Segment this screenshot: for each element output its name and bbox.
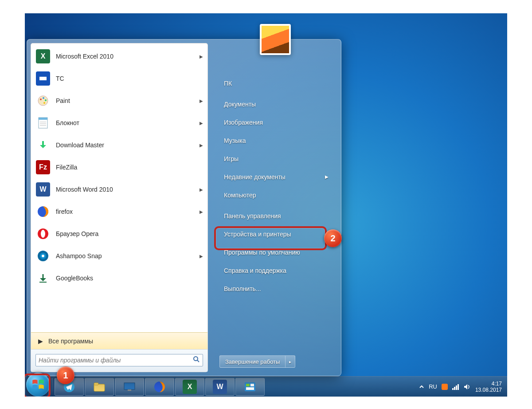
svg-point-15 <box>41 230 45 238</box>
chevron-right-icon: ▶ <box>200 54 203 59</box>
explorer-icon <box>92 380 106 394</box>
svg-rect-25 <box>124 383 135 389</box>
start-menu-app-item[interactable]: Браузер Opera <box>31 223 207 245</box>
chevron-right-icon: ▶ <box>200 254 203 259</box>
app-label: Ashampoo Snap <box>56 252 102 260</box>
start-menu-app-item[interactable]: X Microsoft Excel 2010 ▶ <box>31 45 207 67</box>
start-menu-right-item[interactable]: Компьютер <box>219 186 332 204</box>
right-item-label: Музыка <box>224 137 246 144</box>
start-menu-app-item[interactable]: Блокнот ▶ <box>31 112 207 134</box>
svg-rect-26 <box>128 389 131 391</box>
svg-rect-1 <box>39 75 47 77</box>
start-menu-right-item[interactable]: Документы <box>219 95 332 113</box>
start-menu-right-item[interactable]: Изображения <box>219 113 332 131</box>
shutdown-options-button[interactable]: ▸ <box>286 355 295 368</box>
start-menu-right-item[interactable]: Музыка <box>219 131 332 149</box>
right-item-label: Устройства и принтеры <box>224 231 291 238</box>
start-menu-app-item[interactable]: TC <box>31 67 207 90</box>
svg-line-21 <box>197 360 199 362</box>
start-menu-right-item[interactable]: Недавние документы▶ <box>219 168 332 186</box>
notepad-icon <box>35 115 51 130</box>
app-label: Microsoft Excel 2010 <box>56 53 113 60</box>
right-item-label: Программы по умолчанию <box>224 249 300 256</box>
chevron-right-icon: ▶ <box>200 187 203 192</box>
windows-logo-icon <box>31 377 46 392</box>
start-menu-app-item[interactable]: Paint ▶ <box>31 90 207 112</box>
start-menu-app-item[interactable]: GoogleBooks <box>31 267 207 289</box>
callout-badge-2: 2 <box>324 229 342 247</box>
start-menu-app-item[interactable]: Download Master ▶ <box>31 134 207 156</box>
all-programs-button[interactable]: ▶ Все программы <box>31 332 207 349</box>
app-label: Microsoft Word 2010 <box>56 186 113 193</box>
start-menu-app-item[interactable]: firefox ▶ <box>31 201 207 223</box>
shutdown-group: Завершение работы ▸ <box>219 355 332 368</box>
gbooks-icon <box>35 271 51 286</box>
desktop-icon <box>122 380 137 394</box>
start-menu-right-item[interactable]: Выполнить... <box>219 279 332 298</box>
taskbar-separator <box>51 378 53 396</box>
svg-point-20 <box>194 357 198 361</box>
tray-clock[interactable]: 4:17 13.08.2017 <box>475 381 504 393</box>
taskbar-app[interactable]: X <box>175 378 204 396</box>
taskbar-app[interactable]: W <box>205 378 235 396</box>
right-item-label: Выполнить... <box>224 285 261 292</box>
svg-point-18 <box>42 255 44 257</box>
app-label: Блокнот <box>56 119 79 126</box>
svg-point-7 <box>43 102 45 104</box>
chevron-right-icon: ▶ <box>325 174 329 179</box>
start-menu-app-item[interactable]: W Microsoft Word 2010 ▶ <box>31 178 207 201</box>
start-menu-right-item[interactable]: Панель управления <box>219 207 332 225</box>
user-avatar[interactable] <box>260 24 291 55</box>
right-item-label: Изображения <box>224 119 263 126</box>
start-menu-app-item[interactable]: Ashampoo Snap ▶ <box>31 245 207 267</box>
language-indicator[interactable]: RU <box>429 383 437 390</box>
network-icon[interactable] <box>452 384 459 390</box>
start-menu-right-item[interactable]: Устройства и принтеры <box>219 225 332 243</box>
svg-rect-30 <box>250 384 254 386</box>
start-menu-app-item[interactable]: Fz FileZilla <box>31 156 207 178</box>
firefox-icon <box>153 380 167 394</box>
start-menu-right-item[interactable]: Программы по умолчанию <box>219 243 332 261</box>
right-item-label: Компьютер <box>224 192 256 199</box>
start-menu-right-pane: ПКДокументыИзображенияМузыкаИгрыНедавние… <box>208 43 337 372</box>
start-menu-right-item[interactable]: ПК <box>219 74 332 92</box>
chevron-right-icon: ▶ <box>200 98 203 103</box>
word-icon: W <box>213 380 227 394</box>
start-menu-right-item[interactable]: Справка и поддержка <box>219 261 332 279</box>
app-label: TC <box>56 75 64 82</box>
word-icon: W <box>35 182 51 197</box>
svg-point-6 <box>45 99 47 101</box>
shutdown-label: Завершение работы <box>225 358 280 365</box>
tray-chevron-up-icon[interactable] <box>419 384 424 389</box>
start-menu-search <box>31 349 207 372</box>
svg-rect-2 <box>39 80 47 82</box>
app-label: Paint <box>56 97 70 104</box>
callout-badge-1: 1 <box>57 366 74 384</box>
start-button[interactable] <box>26 373 50 397</box>
tray-time: 4:17 <box>475 381 502 387</box>
app-label: GoogleBooks <box>56 275 93 282</box>
app-label: firefox <box>56 208 73 215</box>
arrow-right-icon: ▶ <box>38 338 43 345</box>
shutdown-button[interactable]: Завершение работы <box>219 355 286 368</box>
firefox-icon <box>35 204 51 219</box>
search-icon[interactable] <box>193 356 200 365</box>
svg-rect-19 <box>39 282 47 283</box>
filezilla-icon: Fz <box>35 160 51 175</box>
search-input[interactable] <box>39 357 193 364</box>
tray-app-icon[interactable] <box>442 384 448 390</box>
svg-rect-34 <box>454 387 455 390</box>
taskbar-app[interactable] <box>85 378 114 396</box>
volume-icon[interactable] <box>464 384 471 390</box>
chevron-right-icon: ▸ <box>289 359 291 364</box>
svg-point-5 <box>43 97 44 99</box>
opera-icon <box>35 226 51 241</box>
tc-icon <box>35 71 51 86</box>
taskbar-app[interactable] <box>115 378 144 396</box>
app-label: FileZilla <box>56 164 77 171</box>
start-menu-right-item[interactable]: Игры <box>219 149 332 168</box>
paint-icon <box>35 93 51 108</box>
taskbar-app[interactable] <box>145 378 174 396</box>
taskbar-app[interactable] <box>235 378 265 396</box>
right-item-label: Игры <box>224 155 239 162</box>
